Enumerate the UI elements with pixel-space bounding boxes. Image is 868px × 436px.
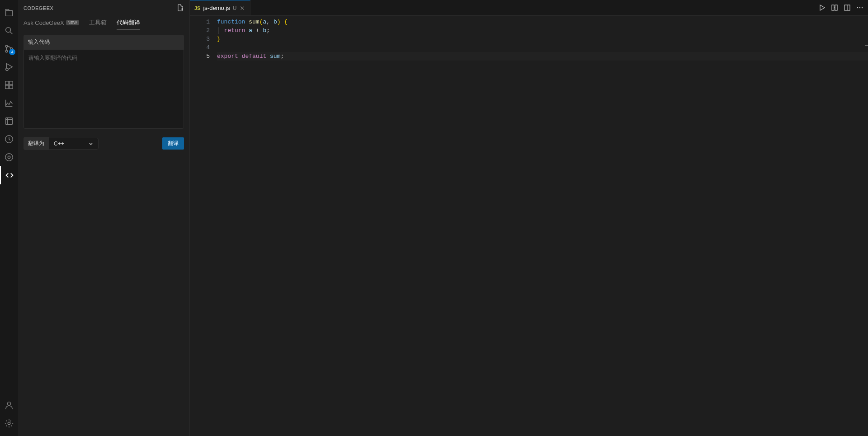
line-gutter: 1 2 3 4 5: [190, 18, 217, 436]
translate-button[interactable]: 翻译: [162, 137, 184, 150]
code-content[interactable]: function sum(a, b) { │ return a + b; } e…: [217, 18, 868, 436]
project-icon[interactable]: [0, 112, 18, 130]
graph-icon[interactable]: [0, 94, 18, 112]
search-icon[interactable]: [0, 22, 18, 40]
input-section-label: 输入代码: [24, 35, 184, 50]
more-icon[interactable]: [856, 4, 863, 11]
new-file-icon[interactable]: [177, 4, 184, 12]
editor-body[interactable]: 1 2 3 4 5 function sum(a, b) { │ return …: [190, 16, 868, 436]
code-line-4[interactable]: [217, 43, 868, 52]
editor-area: JS js-demo.js U: [190, 0, 868, 436]
tab-filename: js-demo.js: [203, 5, 230, 11]
tab-label: 代码翻译: [117, 19, 140, 27]
svg-point-19: [859, 7, 860, 8]
activity-bottom: [0, 396, 18, 436]
activity-top: 4: [0, 4, 18, 396]
svg-rect-15: [832, 5, 834, 10]
language-select[interactable]: C++: [49, 138, 99, 150]
svg-point-18: [857, 7, 858, 8]
selected-language: C++: [54, 141, 64, 147]
close-tab-icon[interactable]: [239, 5, 245, 11]
sidebar-content: 输入代码 翻译为 C++ 翻译: [18, 29, 189, 436]
run-debug-icon[interactable]: [0, 58, 18, 76]
svg-rect-9: [6, 118, 13, 125]
sidebar-header: CODEGEEX: [18, 0, 189, 16]
translate-to-label: 翻译为: [24, 137, 49, 150]
svg-point-12: [8, 156, 10, 159]
code-input[interactable]: [24, 50, 184, 129]
codegeex-icon[interactable]: [0, 166, 18, 184]
sidebar-title: CODEGEEX: [24, 5, 53, 11]
code-line-5[interactable]: export default sum;: [217, 52, 868, 61]
split-editor-icon[interactable]: [844, 4, 851, 11]
svg-rect-7: [5, 85, 9, 89]
sidebar: CODEGEEX Ask CodeGeeX NEW 工具箱 代码翻译 输入代码: [18, 0, 190, 436]
timeline-icon[interactable]: [0, 130, 18, 148]
scm-badge: 4: [9, 49, 15, 55]
extensions-icon[interactable]: [0, 76, 18, 94]
svg-point-1: [5, 45, 8, 47]
tab-code-translate[interactable]: 代码翻译: [117, 16, 140, 29]
svg-point-11: [5, 154, 13, 161]
run-icon[interactable]: [818, 4, 826, 11]
tab-label: Ask CodeGeeX: [24, 19, 64, 26]
svg-point-0: [6, 28, 11, 33]
translate-row: 翻译为 C++ 翻译: [24, 137, 184, 150]
editor-tab-js-demo[interactable]: JS js-demo.js U: [190, 0, 250, 15]
settings-icon[interactable]: [0, 414, 18, 432]
svg-rect-6: [9, 81, 13, 84]
editor-tabs: JS js-demo.js U: [190, 0, 868, 16]
tab-badge: NEW: [66, 20, 79, 25]
code-line-3[interactable]: }: [217, 35, 868, 43]
account-icon[interactable]: [0, 396, 18, 414]
svg-point-14: [8, 422, 10, 425]
diff-icon[interactable]: [831, 4, 838, 11]
minimap-marker: [865, 45, 868, 46]
chevron-down-icon: [88, 141, 94, 146]
code-line-1[interactable]: function sum(a, b) {: [217, 18, 868, 26]
tab-toolbox[interactable]: 工具箱: [89, 16, 107, 29]
tab-label: 工具箱: [89, 19, 107, 27]
svg-rect-5: [5, 81, 9, 84]
activity-bar: 4: [0, 0, 18, 436]
tab-ask-codegeex[interactable]: Ask CodeGeeX NEW: [24, 16, 79, 29]
explorer-icon[interactable]: [0, 4, 18, 22]
modified-indicator: U: [233, 5, 237, 11]
svg-point-2: [5, 50, 8, 52]
svg-point-20: [862, 7, 863, 8]
svg-rect-8: [9, 85, 13, 89]
editor-actions: [818, 0, 868, 15]
svg-point-4: [6, 68, 9, 71]
sidebar-tabs: Ask CodeGeeX NEW 工具箱 代码翻译: [18, 16, 189, 29]
code-line-2[interactable]: │ return a + b;: [217, 26, 868, 35]
svg-point-13: [7, 402, 10, 405]
svg-rect-16: [835, 5, 837, 10]
js-file-icon: JS: [194, 5, 200, 11]
app-root: 4: [0, 0, 868, 436]
source-control-icon[interactable]: 4: [0, 40, 18, 58]
ai-icon[interactable]: [0, 148, 18, 166]
